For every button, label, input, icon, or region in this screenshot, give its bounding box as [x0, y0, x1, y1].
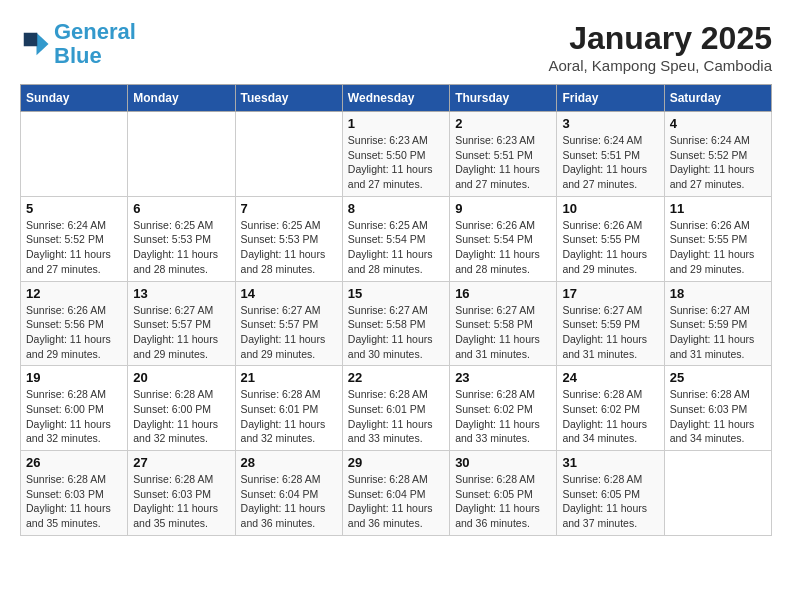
- week-row-4: 19Sunrise: 6:28 AMSunset: 6:00 PMDayligh…: [21, 366, 772, 451]
- day-info: Sunrise: 6:27 AMSunset: 5:59 PMDaylight:…: [670, 303, 766, 362]
- day-number: 2: [455, 116, 551, 131]
- day-number: 12: [26, 286, 122, 301]
- day-info: Sunrise: 6:28 AMSunset: 6:01 PMDaylight:…: [241, 387, 337, 446]
- day-number: 5: [26, 201, 122, 216]
- day-cell: 26Sunrise: 6:28 AMSunset: 6:03 PMDayligh…: [21, 451, 128, 536]
- day-info: Sunrise: 6:27 AMSunset: 5:57 PMDaylight:…: [133, 303, 229, 362]
- weekday-header-saturday: Saturday: [664, 85, 771, 112]
- day-info: Sunrise: 6:26 AMSunset: 5:55 PMDaylight:…: [562, 218, 658, 277]
- day-info: Sunrise: 6:27 AMSunset: 5:59 PMDaylight:…: [562, 303, 658, 362]
- day-number: 26: [26, 455, 122, 470]
- weekday-header-wednesday: Wednesday: [342, 85, 449, 112]
- weekday-header-sunday: Sunday: [21, 85, 128, 112]
- day-cell: 18Sunrise: 6:27 AMSunset: 5:59 PMDayligh…: [664, 281, 771, 366]
- location-subtitle: Aoral, Kampong Speu, Cambodia: [549, 57, 772, 74]
- day-info: Sunrise: 6:25 AMSunset: 5:54 PMDaylight:…: [348, 218, 444, 277]
- day-number: 21: [241, 370, 337, 385]
- day-number: 15: [348, 286, 444, 301]
- calendar-table: SundayMondayTuesdayWednesdayThursdayFrid…: [20, 84, 772, 536]
- day-info: Sunrise: 6:28 AMSunset: 6:03 PMDaylight:…: [670, 387, 766, 446]
- day-number: 18: [670, 286, 766, 301]
- day-number: 1: [348, 116, 444, 131]
- day-number: 19: [26, 370, 122, 385]
- day-cell: 6Sunrise: 6:25 AMSunset: 5:53 PMDaylight…: [128, 196, 235, 281]
- day-cell: 31Sunrise: 6:28 AMSunset: 6:05 PMDayligh…: [557, 451, 664, 536]
- day-cell: 7Sunrise: 6:25 AMSunset: 5:53 PMDaylight…: [235, 196, 342, 281]
- day-cell: 23Sunrise: 6:28 AMSunset: 6:02 PMDayligh…: [450, 366, 557, 451]
- day-number: 3: [562, 116, 658, 131]
- day-cell: 8Sunrise: 6:25 AMSunset: 5:54 PMDaylight…: [342, 196, 449, 281]
- day-info: Sunrise: 6:24 AMSunset: 5:52 PMDaylight:…: [26, 218, 122, 277]
- day-number: 17: [562, 286, 658, 301]
- day-number: 22: [348, 370, 444, 385]
- day-cell: 17Sunrise: 6:27 AMSunset: 5:59 PMDayligh…: [557, 281, 664, 366]
- weekday-header-tuesday: Tuesday: [235, 85, 342, 112]
- logo-text: General Blue: [54, 20, 136, 68]
- day-number: 13: [133, 286, 229, 301]
- day-number: 6: [133, 201, 229, 216]
- day-info: Sunrise: 6:24 AMSunset: 5:52 PMDaylight:…: [670, 133, 766, 192]
- day-number: 27: [133, 455, 229, 470]
- day-info: Sunrise: 6:25 AMSunset: 5:53 PMDaylight:…: [133, 218, 229, 277]
- day-cell: 3Sunrise: 6:24 AMSunset: 5:51 PMDaylight…: [557, 112, 664, 197]
- day-cell: [664, 451, 771, 536]
- logo: General Blue: [20, 20, 136, 68]
- day-cell: 10Sunrise: 6:26 AMSunset: 5:55 PMDayligh…: [557, 196, 664, 281]
- day-info: Sunrise: 6:27 AMSunset: 5:57 PMDaylight:…: [241, 303, 337, 362]
- day-number: 28: [241, 455, 337, 470]
- day-info: Sunrise: 6:26 AMSunset: 5:56 PMDaylight:…: [26, 303, 122, 362]
- day-cell: 15Sunrise: 6:27 AMSunset: 5:58 PMDayligh…: [342, 281, 449, 366]
- week-row-5: 26Sunrise: 6:28 AMSunset: 6:03 PMDayligh…: [21, 451, 772, 536]
- weekday-header-monday: Monday: [128, 85, 235, 112]
- title-block: January 2025 Aoral, Kampong Speu, Cambod…: [549, 20, 772, 74]
- day-info: Sunrise: 6:27 AMSunset: 5:58 PMDaylight:…: [455, 303, 551, 362]
- day-number: 16: [455, 286, 551, 301]
- day-cell: [21, 112, 128, 197]
- day-number: 23: [455, 370, 551, 385]
- day-info: Sunrise: 6:28 AMSunset: 6:03 PMDaylight:…: [133, 472, 229, 531]
- day-number: 4: [670, 116, 766, 131]
- day-info: Sunrise: 6:28 AMSunset: 6:05 PMDaylight:…: [562, 472, 658, 531]
- day-cell: 4Sunrise: 6:24 AMSunset: 5:52 PMDaylight…: [664, 112, 771, 197]
- day-cell: 16Sunrise: 6:27 AMSunset: 5:58 PMDayligh…: [450, 281, 557, 366]
- day-info: Sunrise: 6:28 AMSunset: 6:05 PMDaylight:…: [455, 472, 551, 531]
- day-number: 25: [670, 370, 766, 385]
- day-cell: 19Sunrise: 6:28 AMSunset: 6:00 PMDayligh…: [21, 366, 128, 451]
- day-number: 31: [562, 455, 658, 470]
- page-header: General Blue January 2025 Aoral, Kampong…: [20, 20, 772, 74]
- day-info: Sunrise: 6:27 AMSunset: 5:58 PMDaylight:…: [348, 303, 444, 362]
- day-cell: 1Sunrise: 6:23 AMSunset: 5:50 PMDaylight…: [342, 112, 449, 197]
- day-info: Sunrise: 6:24 AMSunset: 5:51 PMDaylight:…: [562, 133, 658, 192]
- weekday-header-friday: Friday: [557, 85, 664, 112]
- day-cell: 30Sunrise: 6:28 AMSunset: 6:05 PMDayligh…: [450, 451, 557, 536]
- svg-rect-1: [24, 33, 38, 47]
- day-cell: 2Sunrise: 6:23 AMSunset: 5:51 PMDaylight…: [450, 112, 557, 197]
- day-info: Sunrise: 6:28 AMSunset: 6:02 PMDaylight:…: [455, 387, 551, 446]
- day-info: Sunrise: 6:26 AMSunset: 5:55 PMDaylight:…: [670, 218, 766, 277]
- day-cell: 5Sunrise: 6:24 AMSunset: 5:52 PMDaylight…: [21, 196, 128, 281]
- day-cell: [235, 112, 342, 197]
- day-info: Sunrise: 6:23 AMSunset: 5:51 PMDaylight:…: [455, 133, 551, 192]
- day-number: 24: [562, 370, 658, 385]
- day-cell: 25Sunrise: 6:28 AMSunset: 6:03 PMDayligh…: [664, 366, 771, 451]
- day-number: 30: [455, 455, 551, 470]
- day-number: 9: [455, 201, 551, 216]
- week-row-3: 12Sunrise: 6:26 AMSunset: 5:56 PMDayligh…: [21, 281, 772, 366]
- week-row-2: 5Sunrise: 6:24 AMSunset: 5:52 PMDaylight…: [21, 196, 772, 281]
- day-cell: [128, 112, 235, 197]
- day-cell: 12Sunrise: 6:26 AMSunset: 5:56 PMDayligh…: [21, 281, 128, 366]
- day-info: Sunrise: 6:28 AMSunset: 6:00 PMDaylight:…: [133, 387, 229, 446]
- month-title: January 2025: [549, 20, 772, 57]
- day-info: Sunrise: 6:28 AMSunset: 6:02 PMDaylight:…: [562, 387, 658, 446]
- day-number: 10: [562, 201, 658, 216]
- day-number: 14: [241, 286, 337, 301]
- day-info: Sunrise: 6:23 AMSunset: 5:50 PMDaylight:…: [348, 133, 444, 192]
- day-number: 11: [670, 201, 766, 216]
- day-number: 8: [348, 201, 444, 216]
- weekday-header-thursday: Thursday: [450, 85, 557, 112]
- day-cell: 21Sunrise: 6:28 AMSunset: 6:01 PMDayligh…: [235, 366, 342, 451]
- day-number: 29: [348, 455, 444, 470]
- day-cell: 27Sunrise: 6:28 AMSunset: 6:03 PMDayligh…: [128, 451, 235, 536]
- day-info: Sunrise: 6:25 AMSunset: 5:53 PMDaylight:…: [241, 218, 337, 277]
- day-info: Sunrise: 6:28 AMSunset: 6:04 PMDaylight:…: [348, 472, 444, 531]
